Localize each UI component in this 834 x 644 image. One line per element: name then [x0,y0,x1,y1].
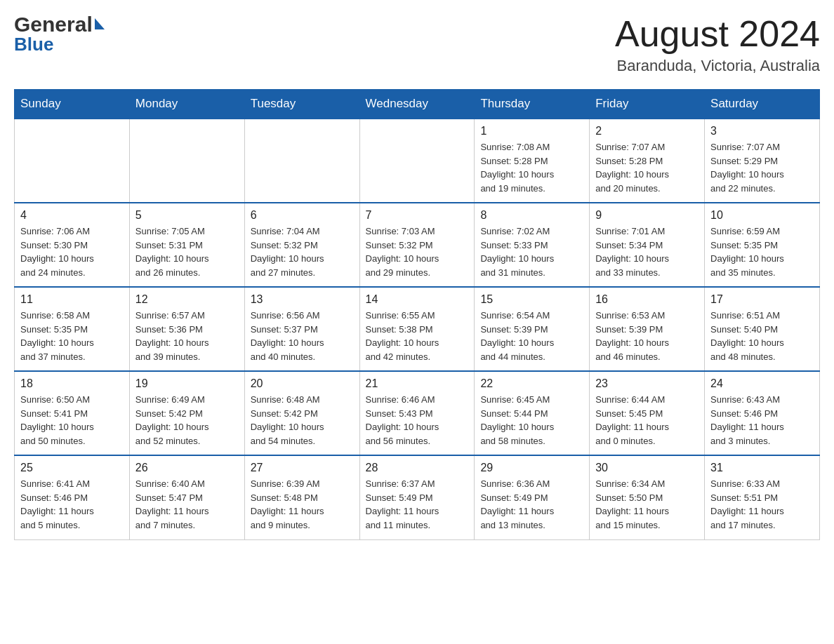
day-info: Sunrise: 6:45 AM Sunset: 5:44 PM Dayligh… [480,393,583,448]
day-cell-3-4: 14Sunrise: 6:55 AM Sunset: 5:38 PM Dayli… [359,287,475,371]
calendar-header-row: Sunday Monday Tuesday Wednesday Thursday… [15,90,820,119]
logo-line1: General [14,14,105,35]
day-info: Sunrise: 7:06 AM Sunset: 5:30 PM Dayligh… [20,224,124,279]
day-cell-4-4: 21Sunrise: 6:46 AM Sunset: 5:43 PM Dayli… [359,371,475,455]
day-info: Sunrise: 7:01 AM Sunset: 5:34 PM Dayligh… [595,224,699,279]
day-number: 15 [480,293,583,306]
day-cell-5-7: 31Sunrise: 6:33 AM Sunset: 5:51 PM Dayli… [705,455,820,539]
day-info: Sunrise: 6:39 AM Sunset: 5:48 PM Dayligh… [251,477,354,532]
day-cell-5-3: 27Sunrise: 6:39 AM Sunset: 5:48 PM Dayli… [244,455,359,539]
day-cell-1-3 [244,119,359,203]
day-number: 20 [251,377,354,390]
day-info: Sunrise: 7:07 AM Sunset: 5:28 PM Dayligh… [595,140,699,195]
day-cell-2-3: 6Sunrise: 7:04 AM Sunset: 5:32 PM Daylig… [244,203,359,287]
day-cell-1-6: 2Sunrise: 7:07 AM Sunset: 5:28 PM Daylig… [590,119,705,203]
day-number: 29 [480,462,583,474]
day-cell-2-7: 10Sunrise: 6:59 AM Sunset: 5:35 PM Dayli… [705,203,820,287]
col-wednesday: Wednesday [359,90,475,119]
day-cell-4-1: 18Sunrise: 6:50 AM Sunset: 5:41 PM Dayli… [15,371,130,455]
day-info: Sunrise: 6:55 AM Sunset: 5:38 PM Dayligh… [366,309,469,363]
day-number: 9 [595,209,699,222]
day-number: 7 [366,209,469,222]
day-number: 14 [366,293,469,306]
day-number: 1 [480,125,583,137]
col-thursday: Thursday [475,90,590,119]
day-cell-2-4: 7Sunrise: 7:03 AM Sunset: 5:32 PM Daylig… [359,203,475,287]
day-number: 27 [251,462,354,474]
day-number: 16 [595,293,699,306]
title-section: August 2024 Baranduda, Victoria, Austral… [615,14,820,75]
day-cell-1-2 [129,119,244,203]
day-cell-2-5: 8Sunrise: 7:02 AM Sunset: 5:33 PM Daylig… [475,203,590,287]
day-info: Sunrise: 7:03 AM Sunset: 5:32 PM Dayligh… [366,224,469,279]
col-friday: Friday [590,90,705,119]
day-number: 31 [710,462,814,474]
logo-arrow-icon [95,18,105,29]
day-info: Sunrise: 6:50 AM Sunset: 5:41 PM Dayligh… [20,393,124,448]
col-tuesday: Tuesday [244,90,359,119]
day-info: Sunrise: 6:36 AM Sunset: 5:49 PM Dayligh… [480,477,583,532]
calendar-table: Sunday Monday Tuesday Wednesday Thursday… [14,89,820,540]
day-number: 12 [135,293,239,306]
day-number: 5 [135,209,239,222]
day-number: 11 [20,293,124,306]
day-cell-4-7: 24Sunrise: 6:43 AM Sunset: 5:46 PM Dayli… [705,371,820,455]
day-info: Sunrise: 7:05 AM Sunset: 5:31 PM Dayligh… [135,224,239,279]
day-number: 23 [595,377,699,390]
day-number: 10 [710,209,814,222]
day-number: 3 [710,125,814,137]
day-info: Sunrise: 7:04 AM Sunset: 5:32 PM Dayligh… [251,224,354,279]
day-number: 2 [595,125,699,137]
col-sunday: Sunday [15,90,130,119]
day-cell-5-2: 26Sunrise: 6:40 AM Sunset: 5:47 PM Dayli… [129,455,244,539]
day-info: Sunrise: 6:57 AM Sunset: 5:36 PM Dayligh… [135,309,239,363]
day-cell-2-6: 9Sunrise: 7:01 AM Sunset: 5:34 PM Daylig… [590,203,705,287]
day-cell-5-6: 30Sunrise: 6:34 AM Sunset: 5:50 PM Dayli… [590,455,705,539]
month-title: August 2024 [615,14,820,54]
week-row-2: 4Sunrise: 7:06 AM Sunset: 5:30 PM Daylig… [15,203,820,287]
day-info: Sunrise: 6:46 AM Sunset: 5:43 PM Dayligh… [366,393,469,448]
day-cell-3-7: 17Sunrise: 6:51 AM Sunset: 5:40 PM Dayli… [705,287,820,371]
day-number: 28 [366,462,469,474]
day-cell-2-2: 5Sunrise: 7:05 AM Sunset: 5:31 PM Daylig… [129,203,244,287]
day-cell-4-5: 22Sunrise: 6:45 AM Sunset: 5:44 PM Dayli… [475,371,590,455]
day-number: 17 [710,293,814,306]
col-monday: Monday [129,90,244,119]
day-number: 22 [480,377,583,390]
day-cell-1-5: 1Sunrise: 7:08 AM Sunset: 5:28 PM Daylig… [475,119,590,203]
day-cell-5-5: 29Sunrise: 6:36 AM Sunset: 5:49 PM Dayli… [475,455,590,539]
day-info: Sunrise: 7:02 AM Sunset: 5:33 PM Dayligh… [480,224,583,279]
day-info: Sunrise: 6:59 AM Sunset: 5:35 PM Dayligh… [710,224,814,279]
day-number: 18 [20,377,124,390]
location: Baranduda, Victoria, Australia [615,57,820,75]
day-cell-3-3: 13Sunrise: 6:56 AM Sunset: 5:37 PM Dayli… [244,287,359,371]
day-cell-1-7: 3Sunrise: 7:07 AM Sunset: 5:29 PM Daylig… [705,119,820,203]
week-row-5: 25Sunrise: 6:41 AM Sunset: 5:46 PM Dayli… [15,455,820,539]
day-info: Sunrise: 6:33 AM Sunset: 5:51 PM Dayligh… [710,477,814,532]
day-info: Sunrise: 6:34 AM Sunset: 5:50 PM Dayligh… [595,477,699,532]
day-cell-2-1: 4Sunrise: 7:06 AM Sunset: 5:30 PM Daylig… [15,203,130,287]
day-number: 24 [710,377,814,390]
week-row-4: 18Sunrise: 6:50 AM Sunset: 5:41 PM Dayli… [15,371,820,455]
day-cell-4-6: 23Sunrise: 6:44 AM Sunset: 5:45 PM Dayli… [590,371,705,455]
day-cell-3-2: 12Sunrise: 6:57 AM Sunset: 5:36 PM Dayli… [129,287,244,371]
day-number: 8 [480,209,583,222]
week-row-3: 11Sunrise: 6:58 AM Sunset: 5:35 PM Dayli… [15,287,820,371]
day-cell-5-1: 25Sunrise: 6:41 AM Sunset: 5:46 PM Dayli… [15,455,130,539]
day-info: Sunrise: 6:44 AM Sunset: 5:45 PM Dayligh… [595,393,699,448]
day-info: Sunrise: 6:37 AM Sunset: 5:49 PM Dayligh… [366,477,469,532]
day-cell-4-3: 20Sunrise: 6:48 AM Sunset: 5:42 PM Dayli… [244,371,359,455]
page-header: General Blue August 2024 Baranduda, Vict… [14,14,820,75]
day-cell-1-1 [15,119,130,203]
day-cell-1-4 [359,119,475,203]
day-info: Sunrise: 6:56 AM Sunset: 5:37 PM Dayligh… [251,309,354,363]
day-info: Sunrise: 6:41 AM Sunset: 5:46 PM Dayligh… [20,477,124,532]
logo: General Blue [14,14,105,53]
day-info: Sunrise: 6:54 AM Sunset: 5:39 PM Dayligh… [480,309,583,363]
day-cell-3-5: 15Sunrise: 6:54 AM Sunset: 5:39 PM Dayli… [475,287,590,371]
day-cell-3-1: 11Sunrise: 6:58 AM Sunset: 5:35 PM Dayli… [15,287,130,371]
day-cell-3-6: 16Sunrise: 6:53 AM Sunset: 5:39 PM Dayli… [590,287,705,371]
day-number: 26 [135,462,239,474]
day-info: Sunrise: 6:49 AM Sunset: 5:42 PM Dayligh… [135,393,239,448]
day-info: Sunrise: 7:07 AM Sunset: 5:29 PM Dayligh… [710,140,814,195]
